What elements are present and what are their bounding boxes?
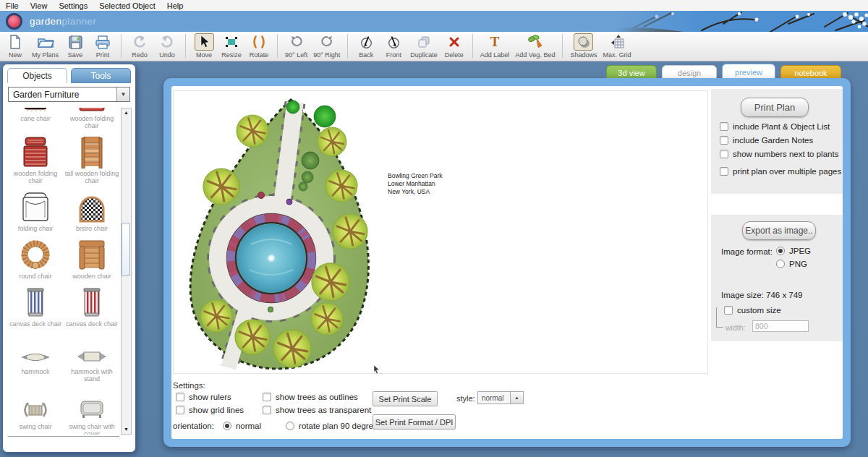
menu-settings[interactable]: Settings xyxy=(53,1,93,10)
style-combobox[interactable]: normal ▲ xyxy=(477,391,524,404)
tab-objects[interactable]: Objects xyxy=(7,68,67,83)
orientation-row: orientation: normal rotate plan 90 degre… xyxy=(173,422,382,430)
list-item[interactable]: canvas deck chair xyxy=(64,286,120,328)
menu-selected-object[interactable]: Selected Object xyxy=(93,1,161,10)
list-item[interactable]: bistro chair xyxy=(64,190,120,232)
sidebar-tab-bar: Objects Tools xyxy=(7,68,131,83)
garden-plan-drawing xyxy=(175,93,385,375)
item-label: wooden folding chair xyxy=(7,170,64,184)
object-list-scrollbar[interactable]: ▲ ▼ xyxy=(121,108,132,435)
resize-button[interactable]: Resize xyxy=(218,33,245,59)
item-label: canvas deck chair xyxy=(9,320,61,328)
menu-file[interactable]: File xyxy=(0,1,25,10)
item-label: swing chair with cover xyxy=(64,423,120,435)
option-label: show trees as outlines xyxy=(276,393,358,401)
hammock-icon xyxy=(20,335,51,367)
text-label-icon: T xyxy=(490,35,500,49)
list-item[interactable]: hammock xyxy=(7,333,64,383)
shadows-toggle-button[interactable]: Shadows xyxy=(567,33,600,59)
include-garden-notes-checkbox[interactable] xyxy=(720,136,728,145)
print-button[interactable]: Print xyxy=(89,33,116,59)
scroll-up-arrow-icon[interactable]: ▲ xyxy=(122,108,131,117)
menu-help[interactable]: Help xyxy=(161,1,190,10)
item-label: bistro chair xyxy=(76,225,108,232)
send-back-button[interactable]: Back xyxy=(352,33,380,59)
redo-button[interactable]: Redo xyxy=(126,33,153,59)
wooden-folding-chair-top-icon xyxy=(76,108,108,114)
rotate-90-left-button[interactable]: 90° Left xyxy=(282,33,310,59)
item-thumbnail xyxy=(76,388,108,422)
trees-as-outlines-checkbox[interactable] xyxy=(263,393,271,401)
max-grid-button[interactable]: Max. Grid xyxy=(600,33,634,59)
orientation-rotate-radio[interactable] xyxy=(286,422,294,430)
print-plan-button[interactable]: Print Plan xyxy=(741,98,809,117)
list-item[interactable]: round chair xyxy=(7,238,64,280)
set-print-scale-button[interactable]: Set Print Scale xyxy=(373,391,438,406)
list-item[interactable]: cane chair xyxy=(7,108,64,129)
show-rulers-checkbox[interactable] xyxy=(176,393,184,401)
item-label: hammock with stand xyxy=(64,368,120,383)
combo-up-arrow-icon[interactable]: ▲ xyxy=(511,391,524,404)
item-thumbnail xyxy=(20,238,51,271)
orientation-rotate-label: rotate plan 90 degrees xyxy=(299,422,382,430)
list-item[interactable]: tall wooden folding chair xyxy=(64,135,120,184)
show-grid-lines-checkbox[interactable] xyxy=(176,406,184,414)
set-print-format-button[interactable]: Set Print Format / DPI xyxy=(373,414,456,430)
list-item[interactable]: swing chair xyxy=(7,388,64,435)
plan-note-line: Lower Manhattan xyxy=(388,180,443,188)
trees-as-transparent-checkbox[interactable] xyxy=(263,406,271,414)
add-label-button[interactable]: T Add Label xyxy=(477,33,513,59)
vegetable-bed-icon xyxy=(527,34,544,50)
export-as-image-button[interactable]: Export as image.. xyxy=(742,221,816,240)
list-item[interactable]: swing chair with cover xyxy=(64,388,120,435)
list-item[interactable]: hammock with stand xyxy=(64,333,120,383)
rotate-90-right-button[interactable]: 90° Right xyxy=(310,33,343,59)
category-dropdown[interactable]: Garden Furniture ▼ xyxy=(8,87,130,102)
width-input[interactable] xyxy=(752,320,809,332)
item-thumbnail xyxy=(76,333,108,367)
new-document-icon xyxy=(7,34,23,50)
new-button[interactable]: New xyxy=(1,33,29,59)
bring-front-button[interactable]: Front xyxy=(380,33,407,59)
move-button[interactable]: Move xyxy=(190,33,218,59)
item-thumbnail xyxy=(76,190,108,223)
list-item[interactable]: folding chair xyxy=(7,190,64,232)
add-veg-bed-button[interactable]: Add Veg. Bed xyxy=(512,33,558,59)
png-radio[interactable] xyxy=(776,260,785,268)
scrollbar-thumb[interactable] xyxy=(122,223,130,276)
delete-button[interactable]: Delete xyxy=(441,33,468,59)
tab-tools[interactable]: Tools xyxy=(71,68,131,83)
print-settings-area: Settings: show rulers show grid lines sh… xyxy=(173,377,711,436)
list-item[interactable]: wooden folding chair xyxy=(64,108,120,129)
undo-icon xyxy=(159,34,175,50)
png-label: PNG xyxy=(789,260,807,268)
option-label: show grid lines xyxy=(189,406,244,414)
scroll-down-arrow-icon[interactable]: ▼ xyxy=(122,425,131,434)
duplicate-icon xyxy=(416,34,432,50)
my-plans-button[interactable]: My Plans xyxy=(29,33,61,59)
chevron-down-icon[interactable]: ▼ xyxy=(116,87,129,101)
custom-size-checkbox[interactable] xyxy=(724,306,733,315)
save-button[interactable]: Save xyxy=(61,33,89,59)
app-title: gardenplanner xyxy=(30,16,96,27)
move-cursor-icon xyxy=(197,35,211,49)
show-numbers-checkbox[interactable] xyxy=(720,150,728,158)
menu-view[interactable]: View xyxy=(25,1,54,10)
list-item[interactable]: wooden folding chair xyxy=(7,135,64,184)
app-logo xyxy=(6,13,22,30)
duplicate-button[interactable]: Duplicate xyxy=(407,33,441,59)
multiple-pages-checkbox[interactable] xyxy=(720,167,728,176)
trees-outlines-option: show trees as outlines xyxy=(263,393,358,401)
rotate-button[interactable]: Rotate xyxy=(245,33,273,59)
undo-button[interactable]: Undo xyxy=(153,33,181,59)
orientation-normal-radio[interactable] xyxy=(223,422,231,430)
printer-icon xyxy=(95,35,111,50)
include-plant-list-option: include Plant & Object List xyxy=(720,122,830,131)
jpeg-radio[interactable] xyxy=(776,247,785,255)
include-plant-list-checkbox[interactable] xyxy=(720,122,728,131)
list-item[interactable]: wooden chair xyxy=(64,238,120,280)
list-item[interactable]: canvas deck chair xyxy=(7,286,64,328)
round-chair-icon xyxy=(20,239,51,271)
item-thumbnail xyxy=(20,286,51,319)
toolbar-divider xyxy=(472,34,473,58)
